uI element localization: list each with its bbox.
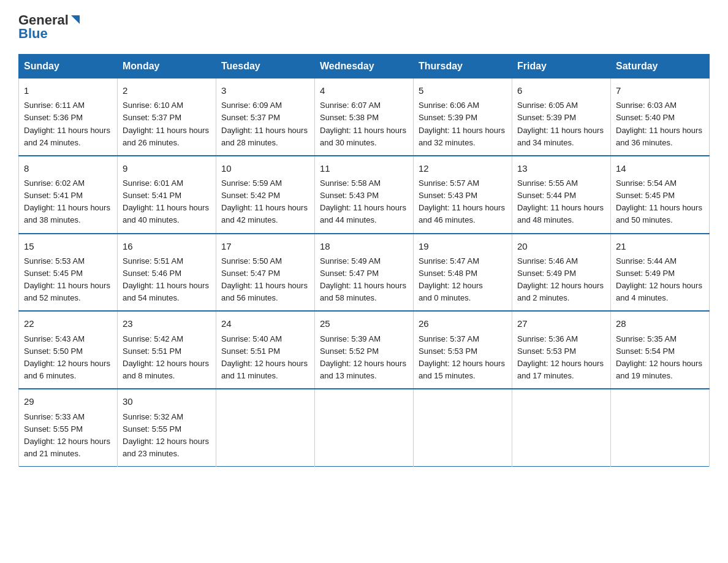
day-info: Sunrise: 5:55 AMSunset: 5:44 PMDaylight:… xyxy=(517,178,604,224)
day-number: 8 xyxy=(24,161,112,175)
calendar-cell: 6Sunrise: 6:05 AMSunset: 5:39 PMDaylight… xyxy=(512,79,611,156)
day-info: Sunrise: 6:03 AMSunset: 5:40 PMDaylight:… xyxy=(616,101,702,147)
svg-marker-0 xyxy=(71,15,80,24)
calendar-cell: 9Sunrise: 6:01 AMSunset: 5:41 PMDaylight… xyxy=(118,156,216,234)
calendar-cell: 8Sunrise: 6:02 AMSunset: 5:41 PMDaylight… xyxy=(19,156,118,234)
day-info: Sunrise: 6:06 AMSunset: 5:39 PMDaylight:… xyxy=(419,101,505,147)
day-info: Sunrise: 5:44 AMSunset: 5:49 PMDaylight:… xyxy=(616,256,702,302)
day-number: 25 xyxy=(320,316,408,331)
calendar-cell xyxy=(611,389,710,466)
day-number: 11 xyxy=(320,161,408,175)
day-info: Sunrise: 6:05 AMSunset: 5:39 PMDaylight:… xyxy=(517,101,604,147)
calendar-cell: 26Sunrise: 5:37 AMSunset: 5:53 PMDayligh… xyxy=(414,311,512,389)
calendar-cell: 11Sunrise: 5:58 AMSunset: 5:43 PMDayligh… xyxy=(315,156,414,234)
calendar-cell xyxy=(414,389,512,466)
day-number: 14 xyxy=(616,161,704,175)
day-number: 13 xyxy=(517,161,605,175)
calendar-cell: 13Sunrise: 5:55 AMSunset: 5:44 PMDayligh… xyxy=(512,156,611,234)
calendar-cell: 3Sunrise: 6:09 AMSunset: 5:37 PMDaylight… xyxy=(216,79,315,156)
day-number: 15 xyxy=(24,239,112,253)
day-number: 3 xyxy=(221,83,309,98)
calendar-week-row: 22Sunrise: 5:43 AMSunset: 5:50 PMDayligh… xyxy=(19,311,710,389)
weekday-header-sunday: Sunday xyxy=(19,55,118,79)
day-number: 21 xyxy=(616,239,704,253)
day-info: Sunrise: 5:53 AMSunset: 5:45 PMDaylight:… xyxy=(24,256,110,302)
calendar-cell xyxy=(315,389,414,466)
day-info: Sunrise: 5:58 AMSunset: 5:43 PMDaylight:… xyxy=(320,178,406,224)
day-number: 20 xyxy=(517,239,605,253)
day-number: 30 xyxy=(123,394,211,408)
calendar-cell: 1Sunrise: 6:11 AMSunset: 5:36 PMDaylight… xyxy=(19,79,118,156)
calendar-cell: 21Sunrise: 5:44 AMSunset: 5:49 PMDayligh… xyxy=(611,234,710,312)
logo-triangle-icon xyxy=(70,14,81,25)
day-info: Sunrise: 6:10 AMSunset: 5:37 PMDaylight:… xyxy=(123,101,209,147)
calendar-cell: 24Sunrise: 5:40 AMSunset: 5:51 PMDayligh… xyxy=(216,311,315,389)
calendar-cell xyxy=(216,389,315,466)
day-info: Sunrise: 5:37 AMSunset: 5:53 PMDaylight:… xyxy=(419,334,505,380)
day-number: 5 xyxy=(419,83,507,98)
day-info: Sunrise: 6:01 AMSunset: 5:41 PMDaylight:… xyxy=(123,178,209,224)
calendar-cell: 2Sunrise: 6:10 AMSunset: 5:37 PMDaylight… xyxy=(118,79,216,156)
day-number: 12 xyxy=(419,161,507,175)
day-info: Sunrise: 5:51 AMSunset: 5:46 PMDaylight:… xyxy=(123,256,209,302)
calendar-cell: 22Sunrise: 5:43 AMSunset: 5:50 PMDayligh… xyxy=(19,311,118,389)
weekday-header-monday: Monday xyxy=(118,55,216,79)
weekday-header-tuesday: Tuesday xyxy=(216,55,315,79)
calendar-cell: 4Sunrise: 6:07 AMSunset: 5:38 PMDaylight… xyxy=(315,79,414,156)
day-info: Sunrise: 5:59 AMSunset: 5:42 PMDaylight:… xyxy=(221,178,308,224)
logo-blue-text: Blue xyxy=(18,26,48,42)
day-info: Sunrise: 6:07 AMSunset: 5:38 PMDaylight:… xyxy=(320,101,406,147)
day-number: 28 xyxy=(616,316,704,331)
calendar-cell: 16Sunrise: 5:51 AMSunset: 5:46 PMDayligh… xyxy=(118,234,216,312)
day-info: Sunrise: 5:35 AMSunset: 5:54 PMDaylight:… xyxy=(616,334,702,380)
weekday-header-saturday: Saturday xyxy=(611,55,710,79)
day-info: Sunrise: 5:43 AMSunset: 5:50 PMDaylight:… xyxy=(24,334,110,380)
day-number: 29 xyxy=(24,394,112,408)
day-number: 26 xyxy=(419,316,507,331)
calendar-week-row: 8Sunrise: 6:02 AMSunset: 5:41 PMDaylight… xyxy=(19,156,710,234)
day-info: Sunrise: 5:47 AMSunset: 5:48 PMDaylight:… xyxy=(419,256,483,302)
day-info: Sunrise: 6:02 AMSunset: 5:41 PMDaylight:… xyxy=(24,178,110,224)
day-number: 18 xyxy=(320,239,408,253)
day-number: 27 xyxy=(517,316,605,331)
calendar-cell: 15Sunrise: 5:53 AMSunset: 5:45 PMDayligh… xyxy=(19,234,118,312)
day-info: Sunrise: 5:42 AMSunset: 5:51 PMDaylight:… xyxy=(123,334,209,380)
day-number: 17 xyxy=(221,239,309,253)
day-number: 10 xyxy=(221,161,309,175)
day-number: 9 xyxy=(123,161,211,175)
day-info: Sunrise: 5:33 AMSunset: 5:55 PMDaylight:… xyxy=(24,412,110,458)
day-info: Sunrise: 5:57 AMSunset: 5:43 PMDaylight:… xyxy=(419,178,505,224)
day-number: 4 xyxy=(320,83,408,98)
calendar-cell: 18Sunrise: 5:49 AMSunset: 5:47 PMDayligh… xyxy=(315,234,414,312)
day-info: Sunrise: 5:36 AMSunset: 5:53 PMDaylight:… xyxy=(517,334,604,380)
day-number: 6 xyxy=(517,83,605,98)
calendar-cell: 25Sunrise: 5:39 AMSunset: 5:52 PMDayligh… xyxy=(315,311,414,389)
calendar-cell: 12Sunrise: 5:57 AMSunset: 5:43 PMDayligh… xyxy=(414,156,512,234)
weekday-header-thursday: Thursday xyxy=(414,55,512,79)
day-number: 1 xyxy=(24,83,112,98)
day-number: 23 xyxy=(123,316,211,331)
day-info: Sunrise: 5:50 AMSunset: 5:47 PMDaylight:… xyxy=(221,256,308,302)
calendar-cell: 5Sunrise: 6:06 AMSunset: 5:39 PMDaylight… xyxy=(414,79,512,156)
day-number: 24 xyxy=(221,316,309,331)
day-info: Sunrise: 5:54 AMSunset: 5:45 PMDaylight:… xyxy=(616,178,702,224)
calendar-cell: 19Sunrise: 5:47 AMSunset: 5:48 PMDayligh… xyxy=(414,234,512,312)
day-number: 16 xyxy=(123,239,211,253)
day-info: Sunrise: 6:11 AMSunset: 5:36 PMDaylight:… xyxy=(24,101,110,147)
calendar-cell: 23Sunrise: 5:42 AMSunset: 5:51 PMDayligh… xyxy=(118,311,216,389)
calendar-cell: 14Sunrise: 5:54 AMSunset: 5:45 PMDayligh… xyxy=(611,156,710,234)
day-info: Sunrise: 5:39 AMSunset: 5:52 PMDaylight:… xyxy=(320,334,406,380)
calendar-header-row: SundayMondayTuesdayWednesdayThursdayFrid… xyxy=(19,55,710,79)
day-number: 2 xyxy=(123,83,211,98)
day-info: Sunrise: 5:32 AMSunset: 5:55 PMDaylight:… xyxy=(123,412,209,458)
day-info: Sunrise: 5:40 AMSunset: 5:51 PMDaylight:… xyxy=(221,334,308,380)
calendar-cell: 10Sunrise: 5:59 AMSunset: 5:42 PMDayligh… xyxy=(216,156,315,234)
day-number: 22 xyxy=(24,316,112,331)
day-info: Sunrise: 6:09 AMSunset: 5:37 PMDaylight:… xyxy=(221,101,308,147)
calendar-cell: 7Sunrise: 6:03 AMSunset: 5:40 PMDaylight… xyxy=(611,79,710,156)
calendar-week-row: 15Sunrise: 5:53 AMSunset: 5:45 PMDayligh… xyxy=(19,234,710,312)
page-header: General Blue xyxy=(18,12,710,42)
calendar-cell: 17Sunrise: 5:50 AMSunset: 5:47 PMDayligh… xyxy=(216,234,315,312)
calendar-cell: 27Sunrise: 5:36 AMSunset: 5:53 PMDayligh… xyxy=(512,311,611,389)
calendar-cell: 28Sunrise: 5:35 AMSunset: 5:54 PMDayligh… xyxy=(611,311,710,389)
